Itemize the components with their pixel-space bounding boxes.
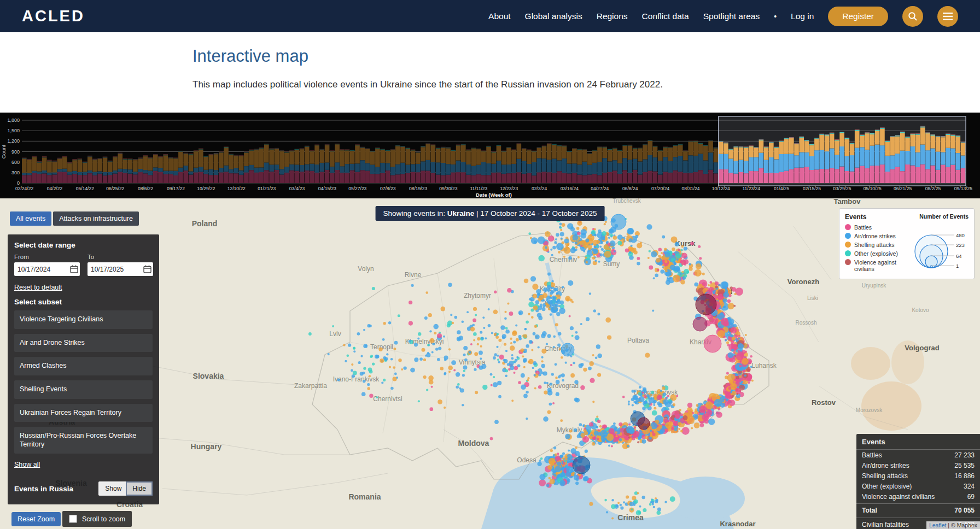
hamburger-icon bbox=[943, 13, 953, 20]
stats-row-label: Violence against civilians bbox=[862, 493, 935, 501]
subset-air-and-drone-strikes[interactable]: Air and Drone Strikes bbox=[14, 334, 153, 352]
stats-row-list: Battles27 233Air/drone strikes25 535Shel… bbox=[856, 450, 980, 502]
nav-link-about[interactable]: About bbox=[488, 11, 511, 21]
svg-text:10/29/22: 10/29/22 bbox=[197, 186, 215, 191]
showing-events-banner: Showing events in: Ukraine | 17 October … bbox=[376, 206, 605, 221]
map-label-liski: Liski bbox=[807, 295, 818, 301]
events-in-russia-row: Events in Russia Show Hide bbox=[14, 481, 153, 496]
russia-show-button[interactable]: Show bbox=[100, 483, 127, 495]
map-label-morozovsk: Morozovsk bbox=[856, 407, 883, 413]
map-label-rossosh: Rossosh bbox=[796, 320, 817, 326]
register-button[interactable]: Register bbox=[828, 7, 888, 26]
search-icon bbox=[908, 11, 918, 21]
map-label-kotovo: Kotovo bbox=[912, 307, 929, 313]
stats-row-violence-against-civilians: Violence against civilians69 bbox=[856, 491, 980, 502]
legend-item-label: Shelling attacks bbox=[854, 242, 895, 248]
svg-text:02/3/24: 02/3/24 bbox=[532, 186, 547, 191]
stats-row-shelling-attacks: Shelling attacks16 886 bbox=[856, 471, 980, 481]
svg-text:06/8/24: 06/8/24 bbox=[622, 186, 638, 191]
timeline-brush-chart[interactable]: 03006009001,2001,5001,80002/24/2204/2/22… bbox=[0, 113, 980, 198]
legend-item-label: Air/drone strikes bbox=[854, 233, 896, 239]
from-label: From bbox=[14, 254, 80, 260]
stats-row-air-drone-strikes: Air/drone strikes25 535 bbox=[856, 460, 980, 471]
reset-to-default-link[interactable]: Reset to default bbox=[14, 284, 62, 291]
banner-date-range: 17 October 2024 - 17 October 2025 bbox=[480, 209, 597, 218]
calendar-icon bbox=[70, 265, 78, 273]
legend-color-dot bbox=[845, 224, 851, 230]
stats-row-other-explosive: Other (explosive)324 bbox=[856, 481, 980, 491]
subset-ukrainian-forces-regain-territory[interactable]: Ukrainian Forces Regain Territory bbox=[14, 404, 153, 422]
select-subset-label: Select subset bbox=[14, 298, 153, 306]
banner-divider: | bbox=[476, 209, 479, 218]
nav-link-global-analysis[interactable]: Global analysis bbox=[525, 11, 582, 21]
to-date-input[interactable] bbox=[88, 266, 143, 273]
terrain-patches bbox=[851, 340, 924, 431]
date-range-label: Select date range bbox=[14, 241, 153, 249]
from-calendar-button[interactable] bbox=[70, 265, 78, 273]
svg-text:11/23/24: 11/23/24 bbox=[742, 186, 760, 191]
legend-number-title: Number of Events bbox=[909, 213, 969, 220]
subset-armed-clashes[interactable]: Armed Clashes bbox=[14, 357, 153, 375]
legend-item-shelling-attacks: Shelling attacks bbox=[845, 242, 906, 248]
map-place-labels: PolandTambovTrubchevskKurskChernihivSumy… bbox=[49, 198, 940, 528]
map-label-tambov: Tambov bbox=[834, 198, 861, 205]
to-label: To bbox=[88, 254, 153, 260]
nav-link-regions[interactable]: Regions bbox=[597, 11, 628, 21]
subset-russian-pro-russian-forces-overtake-territory[interactable]: Russian/Pro-Russian Forces Overtake Terr… bbox=[14, 427, 153, 454]
show-all-link[interactable]: Show all bbox=[14, 461, 40, 468]
map-label-volgograd: Volgograd bbox=[905, 344, 939, 352]
svg-text:08/2/25: 08/2/25 bbox=[925, 186, 941, 191]
banner-prefix: Showing events in: bbox=[383, 209, 445, 218]
subset-violence-targeting-civilians[interactable]: Violence Targeting Civilians bbox=[14, 310, 153, 329]
subset-shelling-events[interactable]: Shelling Events bbox=[14, 380, 153, 399]
nav-link-conflict-data[interactable]: Conflict data bbox=[642, 11, 689, 21]
svg-text:64: 64 bbox=[956, 253, 962, 259]
calendar-icon bbox=[143, 265, 151, 273]
menu-button[interactable] bbox=[937, 6, 958, 27]
stats-total-value: 70 055 bbox=[954, 507, 975, 514]
page-description: This map includes political violence eve… bbox=[192, 79, 794, 90]
map-label-moldova: Moldova bbox=[458, 439, 489, 448]
svg-text:02/24/22: 02/24/22 bbox=[15, 186, 33, 191]
page-intro: Interactive map This map includes politi… bbox=[0, 32, 980, 113]
svg-text:900: 900 bbox=[11, 149, 20, 155]
svg-text:Date (Week of): Date (Week of) bbox=[476, 192, 512, 198]
interactive-map[interactable]: PolandTambovTrubchevskKurskChernihivSumy… bbox=[0, 198, 980, 529]
map-label-volyn: Volyn bbox=[358, 265, 374, 273]
svg-text:11/11/23: 11/11/23 bbox=[470, 186, 487, 191]
svg-text:12/23/23: 12/23/23 bbox=[500, 186, 518, 191]
search-button[interactable] bbox=[902, 6, 923, 27]
to-calendar-button[interactable] bbox=[143, 265, 151, 273]
map-label-slovakia: Slovakia bbox=[193, 372, 224, 380]
stats-row-battles: Battles27 233 bbox=[856, 450, 980, 460]
event-stats-panel: Events Battles27 233Air/drone strikes25 … bbox=[856, 434, 980, 529]
map-legend: Events BattlesAir/drone strikesShelling … bbox=[839, 208, 975, 279]
scroll-zoom-checkbox[interactable] bbox=[69, 515, 77, 523]
svg-text:07/20/24: 07/20/24 bbox=[651, 186, 669, 191]
main-nav: AboutGlobal analysisRegionsConflict data… bbox=[488, 11, 760, 21]
acled-logo[interactable]: ACLED bbox=[22, 7, 85, 25]
from-date-input[interactable] bbox=[14, 266, 70, 273]
svg-text:05/27/23: 05/27/23 bbox=[348, 186, 366, 191]
stats-row-label: Battles bbox=[862, 451, 882, 459]
nav-link-spotlight-areas[interactable]: Spotlight areas bbox=[703, 11, 760, 21]
legend-item-list: BattlesAir/drone strikesShelling attacks… bbox=[845, 224, 906, 272]
stats-fatalities-label: Civilian fatalities bbox=[862, 521, 909, 528]
subset-button-list: Violence Targeting CiviliansAir and Dron… bbox=[14, 310, 153, 454]
scroll-zoom-label: Scroll to zoom bbox=[82, 515, 125, 523]
leaflet-link[interactable]: Leaflet bbox=[929, 522, 947, 528]
map-label-romania: Romania bbox=[348, 492, 381, 501]
map-label-rostov: Rostov bbox=[812, 398, 836, 407]
map-label-krasnodar: Krasnodar bbox=[720, 520, 755, 528]
tab-all-events[interactable]: All events bbox=[10, 211, 51, 226]
reset-zoom-button[interactable]: Reset Zoom bbox=[11, 512, 61, 526]
svg-text:01/21/23: 01/21/23 bbox=[258, 186, 276, 191]
svg-text:03/29/25: 03/29/25 bbox=[833, 186, 851, 191]
russia-hide-button[interactable]: Hide bbox=[127, 483, 151, 495]
legend-item-battles: Battles bbox=[845, 224, 906, 231]
svg-text:03/4/23: 03/4/23 bbox=[289, 186, 305, 191]
nav-link-log-in[interactable]: Log in bbox=[791, 11, 814, 21]
map-label-sumy: Sumy bbox=[603, 260, 620, 268]
svg-text:04/27/24: 04/27/24 bbox=[591, 186, 609, 191]
tab-attacks-on-infrastructure[interactable]: Attacks on infrastructure bbox=[53, 211, 139, 226]
